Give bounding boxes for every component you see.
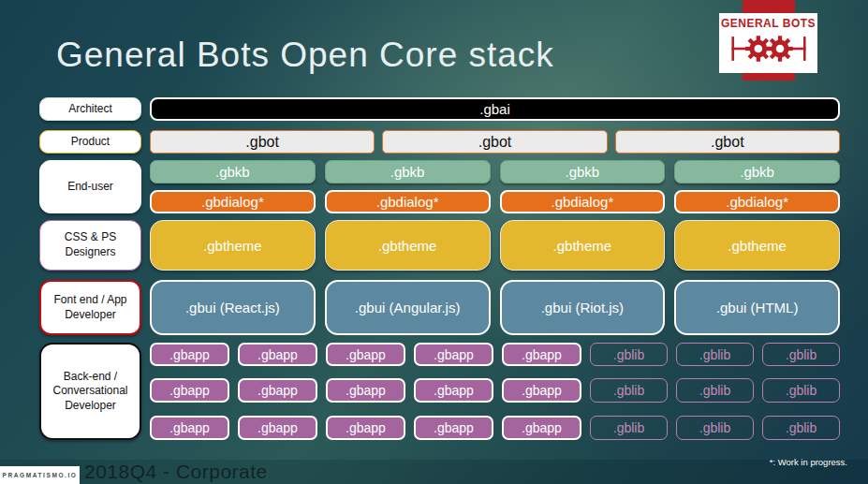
role-label-product: Product xyxy=(39,130,141,154)
gbapp-box: .gbapp xyxy=(502,343,581,366)
gears-icon xyxy=(728,31,809,70)
gbtheme-box: .gbtheme xyxy=(150,220,316,271)
gbui-angular-box: .gbui (Angular.js) xyxy=(325,280,491,335)
row-gbot: .gbot .gbot .gbot xyxy=(150,130,840,154)
gbapp-box: .gbapp xyxy=(414,343,493,366)
gbkb-box: .gbkb xyxy=(150,160,316,183)
gblib-box: .gblib xyxy=(590,343,668,366)
gbtheme-box: .gbtheme xyxy=(325,220,491,271)
gbot-box: .gbot xyxy=(615,130,840,154)
gbkb-box: .gbkb xyxy=(500,160,666,183)
role-label-css-ps-designers: CSS & PS Designers xyxy=(39,220,141,271)
gbapp-box: .gbapp xyxy=(150,343,229,366)
row-gbapp-3: .gbapp .gbapp .gbapp .gbapp .gbapp .gbli… xyxy=(150,416,840,440)
gbapp-box: .gbapp xyxy=(150,416,229,440)
role-label-frontend-app-developer: Font end / App Developer xyxy=(39,280,141,335)
row-gbkb: .gbkb .gbkb .gbkb .gbkb xyxy=(150,160,840,183)
gbapp-box: .gbapp xyxy=(238,343,317,366)
gblib-box: .gblib xyxy=(762,416,840,440)
gbtheme-box: .gbtheme xyxy=(674,220,840,271)
gbui-html-box: .gbui (HTML) xyxy=(674,280,840,335)
page-title: General Bots Open Core stack xyxy=(56,36,554,75)
gblib-box: .gblib xyxy=(590,378,668,403)
gbapp-box: .gbapp xyxy=(326,343,405,366)
gbai-box: .gbai xyxy=(150,97,840,121)
gbkb-box: .gbkb xyxy=(674,160,840,183)
gbkb-box: .gbkb xyxy=(325,160,491,183)
gbui-react-box: .gbui (React.js) xyxy=(150,280,316,335)
gbapp-box: .gbapp xyxy=(326,416,405,440)
logo-text: GENERAL BOTS xyxy=(721,17,816,30)
gbdialog-box: .gbdialog* xyxy=(500,190,666,213)
pragmatismo-logo: PRAGMATISMO.IO xyxy=(0,466,80,484)
gblib-box: .gblib xyxy=(762,378,840,403)
gbapp-box: .gbapp xyxy=(238,378,317,403)
gblib-box: .gblib xyxy=(762,343,840,366)
work-in-progress-note: *: Work in progress. xyxy=(770,457,847,467)
gbapp-box: .gbapp xyxy=(326,378,405,403)
gblib-box: .gblib xyxy=(676,343,754,366)
gbdialog-box: .gbdialog* xyxy=(674,190,840,213)
gblib-box: .gblib xyxy=(676,416,754,440)
gbapp-box: .gbapp xyxy=(502,378,581,403)
row-gbapp-2: .gbapp .gbapp .gbapp .gbapp .gbapp .gbli… xyxy=(150,378,840,403)
gbot-box: .gbot xyxy=(382,130,607,154)
gbot-box: .gbot xyxy=(150,130,375,154)
slide: General Bots Open Core stack GENERAL BOT… xyxy=(0,0,868,484)
role-label-architect: Architect xyxy=(39,97,141,121)
row-gbtheme: .gbtheme .gbtheme .gbtheme .gbtheme xyxy=(150,220,840,271)
footer-edition-label: 2018Q4 - Corporate xyxy=(84,461,268,483)
general-bots-logo: GENERAL BOTS xyxy=(719,13,817,73)
gbapp-box: .gbapp xyxy=(238,416,317,440)
row-gbai: .gbai xyxy=(150,97,840,121)
gbui-riot-box: .gbui (Riot.js) xyxy=(500,280,666,335)
role-label-backend-conversational-developer: Back-end / Conversational Developer xyxy=(39,343,141,440)
row-gbdialog: .gbdialog* .gbdialog* .gbdialog* .gbdial… xyxy=(150,190,840,213)
row-gbui: .gbui (React.js) .gbui (Angular.js) .gbu… xyxy=(150,280,840,335)
gbtheme-box: .gbtheme xyxy=(500,220,666,271)
gblib-box: .gblib xyxy=(590,416,668,440)
gbapp-box: .gbapp xyxy=(414,378,493,403)
gbapp-box: .gbapp xyxy=(414,416,493,440)
gbdialog-box: .gbdialog* xyxy=(325,190,491,213)
row-gbapp-1: .gbapp .gbapp .gbapp .gbapp .gbapp .gbli… xyxy=(150,343,840,366)
gbapp-box: .gbapp xyxy=(150,378,229,403)
gblib-box: .gblib xyxy=(676,378,754,403)
role-label-end-user: End-user xyxy=(39,160,141,213)
gbapp-box: .gbapp xyxy=(502,416,581,440)
gbdialog-box: .gbdialog* xyxy=(150,190,316,213)
